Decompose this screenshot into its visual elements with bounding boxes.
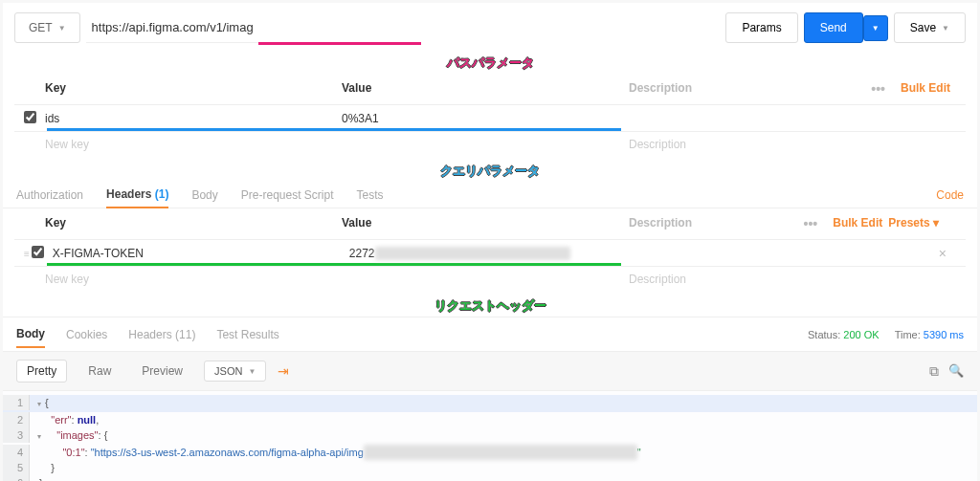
code-key: "err": [51, 414, 71, 426]
resp-tab-headers[interactable]: Headers (11): [128, 328, 195, 341]
status-badge: Status: 200 OK: [808, 329, 880, 340]
send-dropdown[interactable]: ▼: [863, 15, 888, 41]
tab-headers-label: Headers: [106, 187, 151, 201]
table-row-new: New key Description: [14, 266, 966, 292]
new-desc-input[interactable]: Description: [629, 273, 956, 286]
copy-icon[interactable]: ⧉: [929, 363, 939, 380]
view-raw[interactable]: Raw: [78, 361, 121, 382]
resp-headers-count: (11): [175, 328, 195, 341]
bulk-edit[interactable]: Bulk Edit: [895, 81, 956, 97]
chevron-down-icon: ▼: [248, 367, 256, 376]
response-editor[interactable]: 1▾{ 2 "err": null, 3▾ "images": { 4 "0:1…: [3, 391, 977, 481]
view-preview[interactable]: Preview: [132, 361, 192, 382]
bulk-edit[interactable]: Bulk Edit: [827, 216, 888, 231]
new-key-input[interactable]: New key: [45, 273, 342, 286]
chevron-down-icon: ▼: [872, 24, 880, 33]
col-value: Value: [342, 81, 629, 97]
col-desc: Description: [629, 216, 794, 231]
col-value: Value: [342, 216, 629, 231]
code-line: }: [39, 477, 43, 481]
format-label: JSON: [214, 365, 242, 377]
redacted: xxxxxxxxxxxxxxxxxxxxxxxxxxxxxxxxxxxxxxxx…: [364, 445, 637, 460]
code-key: "images": [56, 429, 98, 441]
row-checkbox[interactable]: [24, 111, 36, 123]
code-url: "https://s3-us-west-2.amazonaws.com/figm…: [91, 447, 364, 458]
annotation-path-param: パスパラメータ: [3, 53, 977, 74]
code-null: null: [78, 414, 97, 426]
chevron-down-icon: ▼: [942, 24, 949, 33]
header-value-text: 2272: [349, 247, 375, 260]
more-icon[interactable]: •••: [794, 216, 828, 231]
new-desc-input[interactable]: Description: [629, 138, 956, 151]
more-icon[interactable]: •••: [861, 81, 895, 97]
param-value[interactable]: 0%3A1: [342, 112, 629, 125]
redacted: xxxxxxxxxxxxxxxxxxxxxxxxxxxxxxxxxx: [375, 247, 570, 260]
tab-tests[interactable]: Tests: [357, 188, 384, 202]
send-button[interactable]: Send: [804, 12, 863, 43]
resp-tab-body[interactable]: Body: [16, 327, 45, 348]
tab-authorization[interactable]: Authorization: [16, 188, 83, 202]
tab-body[interactable]: Body: [191, 188, 217, 202]
code-line: }: [39, 462, 55, 473]
request-tabs: Authorization Headers (1) Body Pre-reque…: [3, 182, 977, 208]
search-icon[interactable]: 🔍: [948, 363, 964, 380]
annotation-query-param: クエリパラメータ: [3, 161, 977, 182]
chevron-down-icon: ▼: [58, 24, 66, 33]
params-table: Key Value Description ••• Bulk Edit ids …: [3, 74, 977, 161]
new-key-input[interactable]: New key: [45, 138, 342, 151]
response-tabs: Body Cookies Headers (11) Test Results S…: [3, 317, 977, 351]
resp-tab-tests[interactable]: Test Results: [216, 328, 278, 341]
presets-menu[interactable]: Presets: [888, 216, 956, 231]
header-key[interactable]: X-FIGMA-TOKEN: [53, 247, 349, 260]
resp-tab-cookies[interactable]: Cookies: [66, 328, 107, 341]
col-desc: Description: [629, 81, 861, 97]
headers-table: Key Value Description ••• Bulk Edit Pres…: [3, 208, 977, 295]
params-button[interactable]: Params: [725, 12, 797, 43]
view-pretty[interactable]: Pretty: [16, 360, 67, 383]
row-checkbox[interactable]: [32, 246, 44, 258]
table-row-new: New key Description: [14, 131, 966, 157]
code-line: {: [45, 397, 49, 408]
close-icon[interactable]: ×: [939, 246, 947, 261]
time-badge: Time: 5390 ms: [895, 329, 964, 340]
format-select[interactable]: JSON ▼: [204, 361, 266, 382]
headers-count: (1): [155, 187, 169, 201]
col-key: Key: [45, 81, 342, 97]
save-button[interactable]: Save ▼: [894, 12, 966, 43]
code-key: "0:1": [62, 447, 84, 458]
http-method-label: GET: [29, 21, 53, 34]
param-key[interactable]: ids: [45, 112, 342, 125]
tab-headers[interactable]: Headers (1): [106, 187, 168, 208]
header-value[interactable]: 2272xxxxxxxxxxxxxxxxxxxxxxxxxxxxxxxxxx: [349, 247, 636, 260]
col-key: Key: [45, 216, 342, 231]
http-method-select[interactable]: GET ▼: [14, 12, 80, 43]
annotation-req-header: リクエストヘッダー: [3, 295, 977, 317]
annotation-underline-path: [258, 42, 421, 45]
wrap-lines-icon[interactable]: ⇥: [278, 363, 289, 379]
drag-icon[interactable]: ≡: [24, 249, 32, 259]
resp-headers-label: Headers: [128, 328, 171, 341]
save-label: Save: [910, 21, 936, 34]
url-input-wrap: [86, 12, 721, 43]
tab-prerequest[interactable]: Pre-request Script: [241, 188, 334, 202]
code-link[interactable]: Code: [936, 188, 964, 202]
table-row: ≡ X-FIGMA-TOKEN 2272xxxxxxxxxxxxxxxxxxxx…: [14, 239, 966, 267]
url-input[interactable]: [86, 12, 258, 43]
viewer-toolbar: Pretty Raw Preview JSON ▼ ⇥ ⧉ 🔍: [3, 351, 977, 391]
